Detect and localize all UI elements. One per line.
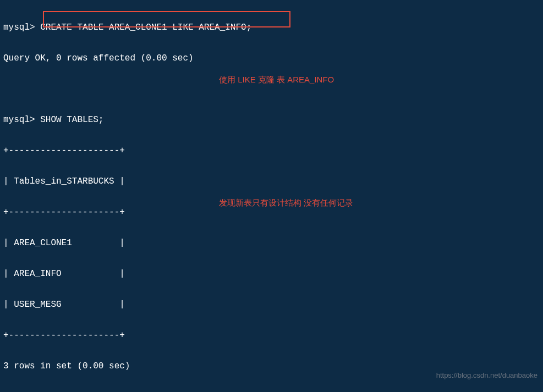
terminal-line: | AREA_CLONE1 | bbox=[3, 235, 540, 251]
terminal-line: Query OK, 0 rows affected (0.00 sec) bbox=[3, 51, 540, 66]
terminal-line: | USER_MESG | bbox=[3, 297, 540, 312]
terminal-line: +---------------------+ bbox=[3, 143, 540, 158]
terminal-line: mysql> SHOW TABLES; bbox=[3, 112, 540, 128]
annotation-empty-table: 发现新表只有设计结构 没有任何记录 bbox=[219, 196, 353, 210]
watermark-text: https://blog.csdn.net/duanbaoke bbox=[436, 369, 537, 382]
annotation-like-clone: 使用 LIKE 克隆 表 AREA_INFO bbox=[219, 73, 334, 87]
terminal-line: mysql> CREATE TABLE AREA_CLONE1 LIKE ARE… bbox=[3, 20, 540, 35]
terminal-line: +---------------------+ bbox=[3, 328, 540, 343]
terminal-line bbox=[3, 389, 540, 392]
terminal-line: | Tables_in_STARBUCKS | bbox=[3, 174, 540, 189]
terminal-line: | AREA_INFO | bbox=[3, 266, 540, 281]
